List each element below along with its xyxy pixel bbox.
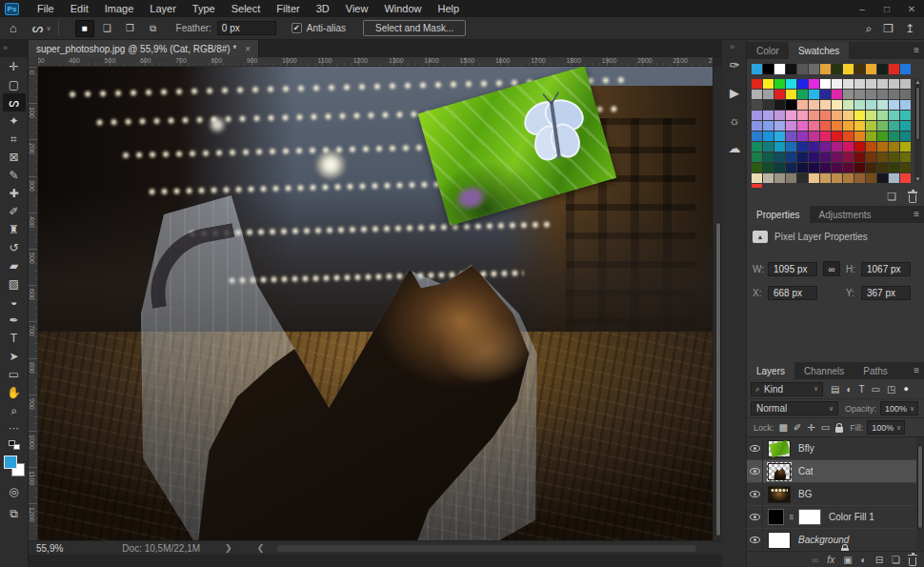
recent-swatch[interactable] xyxy=(774,64,785,74)
tab-layers[interactable]: Layers xyxy=(747,362,794,379)
swatch[interactable] xyxy=(786,121,796,131)
new-group-button[interactable]: ⊟ xyxy=(875,555,883,565)
swatch[interactable] xyxy=(889,121,899,131)
swatch[interactable] xyxy=(797,121,808,131)
link-dimensions-icon[interactable]: ∞ xyxy=(823,261,840,276)
move-tool[interactable]: ✛ xyxy=(3,57,26,75)
swatch[interactable] xyxy=(752,100,762,110)
blend-mode-dropdown[interactable]: Normal ∨ xyxy=(751,401,838,415)
swatch[interactable] xyxy=(843,121,854,131)
vertical-ruler[interactable]: 0100200300400500600700800900100011001200 xyxy=(29,67,38,540)
swatch[interactable] xyxy=(843,90,854,99)
swatch[interactable] xyxy=(752,173,762,183)
swatch[interactable] xyxy=(809,79,819,89)
background-photo-thumbnail[interactable] xyxy=(768,486,791,503)
swatch[interactable] xyxy=(797,142,808,152)
tab-color[interactable]: Color xyxy=(747,42,789,59)
swatch[interactable] xyxy=(854,100,865,110)
zoom-level-field[interactable]: 55,9% xyxy=(36,543,63,554)
new-selection-mode[interactable]: ■ xyxy=(75,20,94,37)
default-colors-icon[interactable] xyxy=(9,440,20,450)
tool-preset-chevron-icon[interactable]: ∨ xyxy=(46,25,50,32)
swatch[interactable] xyxy=(866,79,876,89)
document-tab-close-icon[interactable]: × xyxy=(245,44,251,54)
delete-swatch-button[interactable] xyxy=(909,194,916,203)
swatch[interactable] xyxy=(752,111,762,120)
cat-layer-thumbnail[interactable] xyxy=(768,463,791,480)
swatch[interactable] xyxy=(843,142,854,152)
home-icon[interactable]: ⌂ xyxy=(10,21,17,35)
feather-input[interactable] xyxy=(217,21,276,35)
swatch[interactable] xyxy=(797,90,808,99)
close-button[interactable]: ✕ xyxy=(899,4,924,14)
recent-swatch[interactable] xyxy=(854,64,865,74)
swatch[interactable] xyxy=(809,142,819,152)
swatch[interactable] xyxy=(752,152,762,162)
clone-stamp-tool[interactable]: ♜ xyxy=(3,220,26,238)
tab-adjustments[interactable]: Adjustments xyxy=(810,206,881,223)
swatch[interactable] xyxy=(900,132,911,141)
workspace-switcher-icon[interactable]: ❒ xyxy=(883,22,894,35)
swatch[interactable] xyxy=(889,163,899,172)
swatch[interactable] xyxy=(809,90,819,99)
toolbar-collapse-icon[interactable]: » xyxy=(3,43,8,52)
type-tool[interactable]: T xyxy=(3,329,26,347)
menu-view[interactable]: View xyxy=(346,3,369,14)
swatch[interactable] xyxy=(832,173,842,183)
swatch[interactable] xyxy=(900,163,911,172)
swatch[interactable] xyxy=(820,79,831,89)
x-field[interactable]: 668 px xyxy=(768,286,817,300)
smart-object-filter-icon[interactable]: ◳ xyxy=(887,384,895,395)
swatch[interactable] xyxy=(877,163,888,172)
swatch[interactable] xyxy=(832,152,842,162)
active-tool-icon[interactable]: ᔕ xyxy=(32,21,44,35)
swatch[interactable] xyxy=(797,79,808,89)
swatch[interactable] xyxy=(786,132,796,141)
menu-edit[interactable]: Edit xyxy=(70,3,89,14)
swatch[interactable] xyxy=(774,152,785,162)
swatch[interactable] xyxy=(763,152,773,162)
vertical-scrollbar-thumb[interactable] xyxy=(715,222,721,537)
swatch[interactable] xyxy=(763,173,773,183)
swatch[interactable] xyxy=(889,173,899,183)
search-icon[interactable]: ⌕ xyxy=(865,22,872,35)
layer-filter-kind-dropdown[interactable]: ⌕ Kind ∨ xyxy=(751,382,823,396)
swatch[interactable] xyxy=(832,132,842,141)
type-layer-filter-icon[interactable]: T xyxy=(859,384,865,395)
quick-mask-button[interactable]: ◎ xyxy=(9,485,18,498)
menu-3d[interactable]: 3D xyxy=(316,3,330,14)
swatch[interactable] xyxy=(797,100,808,110)
swatch[interactable] xyxy=(889,90,899,99)
eraser-tool[interactable]: ▰ xyxy=(3,256,26,274)
ruler-origin-corner[interactable] xyxy=(29,57,38,67)
layer-filter-toggle-icon[interactable]: ● xyxy=(904,384,909,394)
swatch[interactable] xyxy=(797,111,808,120)
swatch[interactable] xyxy=(843,163,854,172)
lock-artboard-icon[interactable]: ▭ xyxy=(821,422,830,433)
swatch[interactable] xyxy=(763,111,773,120)
swatch[interactable] xyxy=(900,79,911,89)
recent-swatch[interactable] xyxy=(797,64,808,74)
swatch[interactable] xyxy=(889,142,899,152)
eyedropper-tool[interactable]: ✎ xyxy=(3,166,26,184)
swatch[interactable] xyxy=(866,163,876,172)
swatch[interactable] xyxy=(832,121,842,131)
swatch[interactable] xyxy=(877,142,888,152)
tab-menu-icon[interactable]: ≡ xyxy=(914,209,919,219)
swatch[interactable] xyxy=(820,100,831,110)
swatch[interactable] xyxy=(820,163,831,172)
swatch[interactable] xyxy=(763,90,773,99)
swatch[interactable] xyxy=(889,152,899,162)
swatch[interactable] xyxy=(774,79,785,89)
tab-paths[interactable]: Paths xyxy=(854,362,897,379)
libraries-panel-icon[interactable]: ☁ xyxy=(724,138,745,157)
recent-swatch[interactable] xyxy=(866,64,876,74)
swatch[interactable] xyxy=(820,132,831,141)
menu-select[interactable]: Select xyxy=(231,3,261,14)
layer-visibility-toggle[interactable] xyxy=(747,437,763,460)
swatch[interactable] xyxy=(832,90,842,99)
layers-scrollbar-thumb[interactable] xyxy=(917,445,923,529)
swatch[interactable] xyxy=(900,121,911,131)
swatch[interactable] xyxy=(832,79,842,89)
swatch[interactable] xyxy=(866,121,876,131)
